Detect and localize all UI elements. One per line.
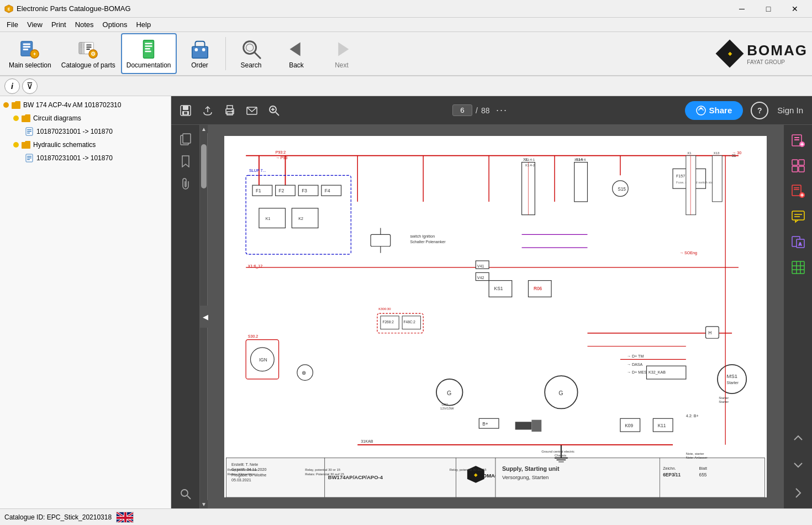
bomag-subtext: FAYAT GROUP	[747, 59, 808, 65]
menu-print[interactable]: Print	[47, 19, 71, 30]
svg-text:S15: S15	[618, 186, 626, 192]
svg-rect-16	[86, 46, 92, 48]
next-button[interactable]: Next	[320, 33, 364, 74]
pdf-page-separator: /	[476, 106, 478, 115]
menu-view[interactable]: View	[23, 19, 47, 30]
tree-item-hydraulic-doc[interactable]: 101870231001 -> 101870	[0, 151, 171, 165]
pdf-zoom-button[interactable]	[264, 101, 284, 120]
svg-rect-24	[145, 51, 151, 52]
pdf-signin[interactable]: Sign In	[777, 106, 803, 115]
catalogue-of-parts-button[interactable]: ⚙ Catalogue of parts	[57, 33, 120, 74]
svg-rect-100	[574, 162, 588, 202]
svg-text:→ 30: → 30	[732, 151, 741, 155]
filter-button[interactable]: ⊽	[22, 78, 38, 94]
pdf-copy-pages-button[interactable]	[176, 129, 196, 149]
svg-text:SLUP 7...: SLUP 7...	[249, 169, 266, 173]
svg-text:⊕: ⊕	[302, 370, 306, 376]
svg-text:IGN: IGN	[259, 357, 267, 363]
documentation-button[interactable]: Documentation	[121, 33, 177, 74]
close-button[interactable]: ✕	[782, 0, 808, 18]
pdf-save-button[interactable]	[176, 101, 196, 120]
pdf-attach-button[interactable]	[176, 174, 196, 193]
pdf-bookmark-button[interactable]	[176, 151, 196, 171]
search-button[interactable]: Search	[229, 33, 273, 74]
svg-text:6EP3/11: 6EP3/11	[663, 472, 681, 477]
title-bar-left: E Electronic Parts Catalogue-BOMAG	[4, 4, 131, 13]
pdf-print-button[interactable]	[220, 101, 240, 120]
svg-rect-189	[706, 327, 719, 338]
tree-label-root: BW 174 ACP-4v AM 1018702310	[23, 101, 121, 109]
minimize-button[interactable]: ─	[729, 0, 755, 18]
pdf-search-button[interactable]	[176, 484, 196, 504]
pdf-toolbar: / 88 ··· Share ? Sign In	[171, 96, 812, 125]
tree-item-circuit-doc[interactable]: 101870231001 -> 101870	[0, 125, 171, 138]
back-button[interactable]: Back	[275, 33, 319, 74]
pdf-scroll-up-button[interactable]	[787, 427, 809, 449]
svg-text:G: G	[447, 390, 451, 396]
menu-help[interactable]: Help	[131, 19, 155, 30]
svg-rect-36	[27, 133, 30, 134]
svg-text:Note, starter: Note, starter	[686, 452, 704, 455]
svg-text:K11: K11	[658, 423, 666, 428]
maximize-button[interactable]: □	[756, 0, 781, 18]
app-icon: E	[4, 4, 13, 13]
tree-label-circuit: Circuit diagrams	[33, 114, 81, 122]
svg-text:Erstellt: T. Nete: Erstellt: T. Nete	[231, 463, 258, 467]
svg-point-55	[700, 107, 702, 109]
pdf-layout-button[interactable]	[787, 155, 809, 177]
tree-item-circuit[interactable]: Circuit diagrams	[0, 112, 171, 125]
pdf-email-button[interactable]	[242, 101, 262, 120]
pdf-more-button[interactable]: ···	[492, 101, 512, 120]
window-title: Electronic Parts Catalogue-BOMAG	[17, 4, 131, 13]
pdf-page-input[interactable]	[452, 104, 472, 116]
scroll-down-arrow[interactable]: ▼	[200, 500, 208, 508]
pdf-share-button[interactable]: Share	[685, 101, 744, 120]
pdf-grid-button[interactable]	[787, 256, 809, 279]
logo-symbol: ◆	[728, 51, 732, 56]
pdf-upload-button[interactable]	[198, 101, 218, 120]
menu-notes[interactable]: Notes	[71, 19, 98, 30]
svg-point-58	[181, 490, 188, 496]
svg-point-122	[718, 365, 746, 393]
svg-marker-31	[289, 43, 300, 56]
pdf-scroll-down-button[interactable]	[787, 454, 809, 476]
svg-rect-21	[145, 43, 152, 44]
tree-item-root[interactable]: BW 174 ACP-4v AM 1018702310	[0, 98, 171, 112]
pdf-comment-button[interactable]	[787, 206, 809, 228]
svg-text:→ DASA: → DASA	[627, 363, 643, 367]
pdf-scan-add-button[interactable]	[787, 129, 809, 151]
order-button[interactable]: Order	[178, 33, 222, 74]
svg-text:Chassis: Chassis	[555, 454, 566, 457]
pdf-collapse-button[interactable]: ◀	[200, 306, 211, 328]
svg-text:Relay Air conditioner: Relay Air conditioner	[228, 468, 257, 471]
svg-rect-214	[794, 189, 799, 190]
toolbar: + Main selection ⚙ Catalogue of parts	[0, 32, 812, 76]
pdf-doc-add-button[interactable]	[787, 180, 809, 202]
menu-options[interactable]: Options	[98, 19, 132, 30]
main-selection-button[interactable]: + Main selection	[4, 33, 56, 74]
svg-text:K1: K1	[266, 217, 271, 221]
tree-item-hydraulic[interactable]: Hydraulic schematics	[0, 138, 171, 151]
info-button[interactable]: i	[4, 78, 20, 94]
svg-rect-75	[660, 458, 764, 497]
tree-label-hydraulic: Hydraulic schematics	[33, 141, 96, 149]
scroll-up-arrow[interactable]: ▲	[200, 125, 208, 133]
bomag-name: BOMAG	[747, 42, 808, 59]
status-bar: Catalogue ID: EPC_Stick_20210318	[0, 508, 812, 525]
tree-dot-orange	[3, 102, 9, 108]
svg-text:X1: X1	[687, 151, 692, 155]
menu-file[interactable]: File	[2, 19, 23, 30]
scroll-thumb[interactable]	[201, 144, 207, 188]
svg-rect-203	[794, 137, 799, 138]
bomag-logo: ◆ BOMAG FAYAT GROUP	[716, 40, 808, 67]
svg-text:→ D+ MESK: → D+ MESK	[627, 370, 650, 375]
logo-container: ◆ BOMAG FAYAT GROUP	[716, 40, 808, 67]
svg-text:Ground central electric: Ground central electric	[541, 450, 574, 453]
pdf-help-button[interactable]: ?	[751, 102, 768, 119]
svg-text:Zeichn.: Zeichn.	[663, 466, 676, 471]
svg-rect-213	[794, 187, 799, 188]
pdf-next-page-button[interactable]	[787, 482, 809, 504]
svg-text:KS1: KS1	[494, 286, 503, 291]
pdf-translate-button[interactable]: A	[787, 231, 809, 253]
svg-point-30	[246, 44, 253, 51]
